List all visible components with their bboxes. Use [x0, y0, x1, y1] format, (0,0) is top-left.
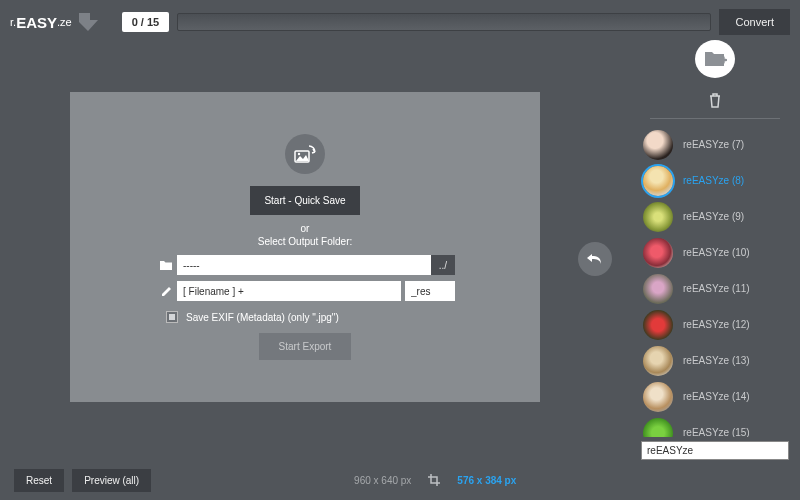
thumbnail-label: reEASYze (8) — [683, 175, 744, 186]
logo-arrow-icon — [76, 10, 102, 34]
thumbnail-item[interactable]: reEASYze (9) — [635, 199, 795, 235]
target-dimensions: 576 x 384 px — [457, 475, 516, 486]
delete-button[interactable] — [708, 92, 722, 108]
main-area: Start - Quick Save or Select Output Fold… — [0, 44, 800, 460]
edit-icon — [155, 285, 177, 298]
crop-icon[interactable] — [427, 473, 441, 487]
exif-label: Save EXIF (Metadata) (only ".jpg") — [186, 312, 339, 323]
canvas-frame: Start - Quick Save or Select Output Fold… — [70, 92, 540, 402]
thumbnail-item[interactable]: reEASYze (14) — [635, 379, 795, 415]
logo-easy: EASY — [16, 14, 57, 31]
topbar: r. EASY .ze 0 / 15 Convert — [0, 0, 800, 44]
quick-save-button[interactable]: Start - Quick Save — [250, 186, 359, 215]
thumbnail-image — [643, 130, 673, 160]
canvas-area: Start - Quick Save or Select Output Fold… — [0, 44, 630, 460]
thumbnail-image — [643, 274, 673, 304]
thumbnail-label: reEASYze (9) — [683, 211, 744, 222]
output-path-input[interactable] — [177, 255, 431, 275]
filter-input[interactable] — [641, 441, 789, 460]
thumbnail-label: reEASYze (11) — [683, 283, 750, 294]
app-logo: r. EASY .ze — [10, 10, 102, 34]
bottombar: Reset Preview (all) 960 x 640 px 576 x 3… — [0, 460, 800, 500]
add-images-button[interactable] — [695, 40, 735, 78]
output-path-row: ../ — [155, 255, 455, 275]
filename-row — [155, 281, 455, 301]
thumbnail-image — [643, 346, 673, 376]
exif-checkbox[interactable] — [166, 311, 178, 323]
thumbnail-item[interactable]: reEASYze (11) — [635, 271, 795, 307]
reset-button[interactable]: Reset — [14, 469, 64, 492]
thumbnail-label: reEASYze (15) — [683, 427, 750, 437]
thumbnail-label: reEASYze (14) — [683, 391, 750, 402]
or-label: or — [301, 223, 310, 234]
progress-counter: 0 / 15 — [122, 12, 170, 32]
convert-button[interactable]: Convert — [719, 9, 790, 35]
thumbnail-item[interactable]: reEASYze (7) — [635, 127, 795, 163]
exif-row: Save EXIF (Metadata) (only ".jpg") — [166, 311, 466, 323]
undo-button[interactable] — [578, 242, 612, 276]
thumbnail-image — [643, 166, 673, 196]
thumbnail-item[interactable]: reEASYze (15) — [635, 415, 795, 437]
browse-button[interactable]: ../ — [431, 255, 455, 275]
original-dimensions: 960 x 640 px — [354, 475, 411, 486]
thumbnail-label: reEASYze (13) — [683, 355, 750, 366]
progress-bar — [177, 13, 711, 31]
thumbnail-list[interactable]: reEASYze (7)reEASYze (8)reEASYze (9)reEA… — [635, 127, 795, 437]
thumbnail-image — [643, 418, 673, 437]
thumbnail-label: reEASYze (7) — [683, 139, 744, 150]
thumbnail-image — [643, 310, 673, 340]
divider — [650, 118, 780, 119]
export-dialog: Start - Quick Save or Select Output Fold… — [135, 134, 475, 360]
right-panel: reEASYze (7)reEASYze (8)reEASYze (9)reEA… — [630, 44, 800, 460]
thumbnail-item[interactable]: reEASYze (13) — [635, 343, 795, 379]
logo-ze: .ze — [57, 16, 72, 28]
thumbnail-item[interactable]: reEASYze (12) — [635, 307, 795, 343]
thumbnail-image — [643, 202, 673, 232]
suffix-input[interactable] — [405, 281, 455, 301]
export-folder-icon — [285, 134, 325, 174]
filename-input[interactable] — [177, 281, 401, 301]
thumbnail-label: reEASYze (10) — [683, 247, 750, 258]
thumbnail-image — [643, 382, 673, 412]
select-output-label: Select Output Folder: — [258, 236, 353, 247]
thumbnail-item[interactable]: reEASYze (10) — [635, 235, 795, 271]
start-export-button[interactable]: Start Export — [259, 333, 352, 360]
folder-icon — [155, 259, 177, 271]
svg-point-1 — [298, 153, 300, 155]
thumbnail-image — [643, 238, 673, 268]
preview-all-button[interactable]: Preview (all) — [72, 469, 151, 492]
thumbnail-label: reEASYze (12) — [683, 319, 750, 330]
thumbnail-item[interactable]: reEASYze (8) — [635, 163, 795, 199]
